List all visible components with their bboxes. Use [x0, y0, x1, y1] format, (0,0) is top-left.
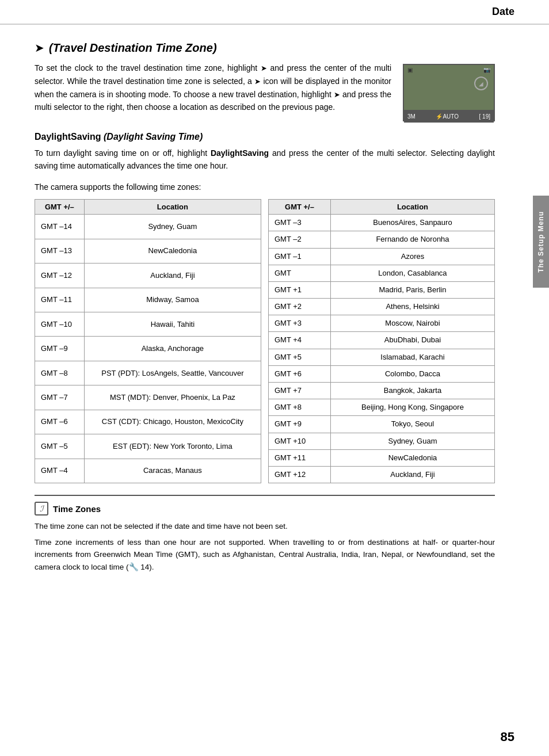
table-row: GMT +10Sydney, Guam — [269, 433, 495, 449]
table-row: GMT –5EST (EDT): New York Toronto, Lima — [35, 434, 261, 459]
table-row: GMT –12Auckland, Fiji — [35, 264, 261, 288]
location-cell: Hawaii, Tahiti — [84, 312, 261, 336]
location-cell: Fernando de Noronha — [330, 231, 494, 248]
gmt-table-left: GMT +/– Location GMT –14Sydney, GuamGMT … — [35, 199, 261, 483]
location-cell: Bangkok, Jakarta — [330, 383, 494, 399]
gmt-cell: GMT –7 — [35, 385, 85, 410]
camera-display: ▣ 📷 ◢ 3M ⚡AUTO [ 19] — [403, 64, 495, 121]
table-spacer — [261, 199, 268, 483]
gmt-cell: GMT –5 — [35, 434, 85, 459]
gmt-cell: GMT +12 — [269, 466, 331, 483]
gmt-cell: GMT +3 — [269, 315, 331, 332]
page-number: 85 — [501, 730, 514, 744]
table-row: GMT –11Midway, Samoa — [35, 288, 261, 312]
travel-title-text: (Travel Destination Time Zone) — [49, 41, 217, 55]
left-table-body: GMT –14Sydney, GuamGMT –13NewCaledoniaGM… — [35, 215, 261, 483]
travel-arrow-inline-1: ➤ — [261, 63, 267, 75]
table-row: GMT –2Fernando de Noronha — [269, 231, 495, 248]
location-cell: Islamabad, Karachi — [330, 349, 494, 365]
table-row: GMT +11NewCaledonia — [269, 449, 495, 466]
daylight-text-start: To turn daylight saving time on or off, … — [35, 148, 211, 158]
time-zones-note: ℐ Time Zones The time zone can not be se… — [35, 495, 495, 573]
camera-bottom-center: ⚡AUTO — [436, 113, 459, 120]
table-row: GMT –13NewCaledonia — [35, 239, 261, 263]
location-cell: BuenosAires, Sanpauro — [330, 215, 494, 231]
camera-bottom-right: [ 19] — [479, 113, 490, 120]
table-row: GMT +9Tokyo, Seoul — [269, 416, 495, 433]
location-cell: Caracas, Manaus — [84, 459, 261, 483]
location-cell: Sydney, Guam — [330, 433, 494, 449]
location-cell: CST (CDT): Chicago, Houston, MexicoCity — [84, 410, 261, 434]
gmt-cell: GMT –9 — [35, 337, 85, 361]
gmt-cell: GMT –2 — [269, 231, 331, 248]
travel-section-title: ➤ (Travel Destination Time Zone) — [35, 41, 495, 55]
table-right-header-row: GMT +/– Location — [269, 200, 495, 215]
table-row: GMT –3BuenosAires, Sanpauro — [269, 215, 495, 231]
table-row: GMT –7MST (MDT): Denver, Phoenix, La Paz — [35, 385, 261, 410]
location-cell: Colombo, Dacca — [330, 365, 494, 382]
travel-arrow-inline-2: ➤ — [254, 76, 261, 88]
daylight-title-bold: DaylightSaving — [35, 132, 101, 142]
camera-screen: ▣ 📷 ◢ — [404, 65, 494, 110]
table-row: GMT +6Colombo, Dacca — [269, 365, 495, 382]
timezone-tables: GMT +/– Location GMT –14Sydney, GuamGMT … — [35, 199, 495, 483]
location-cell: PST (PDT): LosAngels, Seattle, Vancouver — [84, 361, 261, 385]
gmt-cell: GMT –12 — [35, 264, 85, 288]
note-title: Time Zones — [53, 504, 101, 514]
table-left-header-row: GMT +/– Location — [35, 200, 261, 215]
travel-arrow-inline-3: ➤ — [334, 89, 340, 101]
page-header: Date — [0, 0, 549, 25]
gmt-cell: GMT –10 — [35, 312, 85, 336]
table-row: GMT +1Madrid, Paris, Berlin — [269, 281, 495, 298]
location-cell: Madrid, Paris, Berlin — [330, 281, 494, 298]
gmt-cell: GMT +9 — [269, 416, 331, 433]
gmt-cell: GMT +10 — [269, 433, 331, 449]
setup-menu-tab-label: The Setup Menu — [537, 211, 545, 273]
table-row: GMT +3Moscow, Nairobi — [269, 315, 495, 332]
table-row: GMTLondon, Casablanca — [269, 265, 495, 281]
camera-circle-indicator: ◢ — [474, 77, 488, 90]
note-icon-symbol: ℐ — [40, 504, 44, 513]
gmt-cell: GMT –8 — [35, 361, 85, 385]
setup-menu-tab: The Setup Menu — [533, 196, 549, 288]
gmt-cell: GMT –11 — [35, 288, 85, 312]
note-paragraph-1: The time zone can not be selected if the… — [35, 520, 495, 533]
table-left-header-gmt: GMT +/– — [35, 200, 85, 215]
location-cell: Moscow, Nairobi — [330, 315, 494, 332]
table-row: GMT +7Bangkok, Jakarta — [269, 383, 495, 399]
travel-body-text: To set the clock to the travel destinati… — [35, 62, 391, 121]
camera-icon-left: ▣ — [407, 67, 413, 73]
gmt-cell: GMT +11 — [269, 449, 331, 466]
gmt-cell: GMT –6 — [35, 410, 85, 434]
location-cell: NewCaledonia — [84, 239, 261, 263]
travel-arrow-icon: ➤ — [35, 41, 44, 55]
gmt-cell: GMT –4 — [35, 459, 85, 483]
note-icon: ℐ — [35, 502, 48, 516]
camera-icon-right: 📷 — [483, 67, 490, 73]
location-cell: AbuDhabi, Dubai — [330, 332, 494, 349]
gmt-cell: GMT –13 — [35, 239, 85, 263]
table-row: GMT +12Auckland, Fiji — [269, 466, 495, 483]
location-cell: Midway, Samoa — [84, 288, 261, 312]
location-cell: EST (EDT): New York Toronto, Lima — [84, 434, 261, 459]
gmt-cell: GMT +2 — [269, 299, 331, 315]
gmt-cell: GMT — [269, 265, 331, 281]
note-text: The time zone can not be selected if the… — [35, 520, 495, 573]
location-cell: Auckland, Fiji — [330, 466, 494, 483]
gmt-cell: GMT +5 — [269, 349, 331, 365]
gmt-cell: GMT –14 — [35, 215, 85, 239]
table-row: GMT +5Islamabad, Karachi — [269, 349, 495, 365]
table-row: GMT –4Caracas, Manaus — [35, 459, 261, 483]
daylight-title: DaylightSaving (Daylight Saving Time) — [35, 132, 495, 142]
camera-circle-inner: ◢ — [479, 81, 483, 87]
daylight-saving-section: DaylightSaving (Daylight Saving Time) To… — [35, 132, 495, 173]
page-title: Date — [492, 6, 514, 18]
right-table-body: GMT –3BuenosAires, SanpauroGMT –2Fernand… — [269, 215, 495, 483]
table-row: GMT –9Alaska, Anchorage — [35, 337, 261, 361]
note-header: ℐ Time Zones — [35, 502, 495, 516]
gmt-cell: GMT –1 — [269, 248, 331, 265]
main-content: ➤ (Travel Destination Time Zone) To set … — [0, 25, 529, 589]
location-cell: London, Casablanca — [330, 265, 494, 281]
camera-top-icons: ▣ 📷 — [404, 65, 494, 75]
table-row: GMT +2Athens, Helsinki — [269, 299, 495, 315]
